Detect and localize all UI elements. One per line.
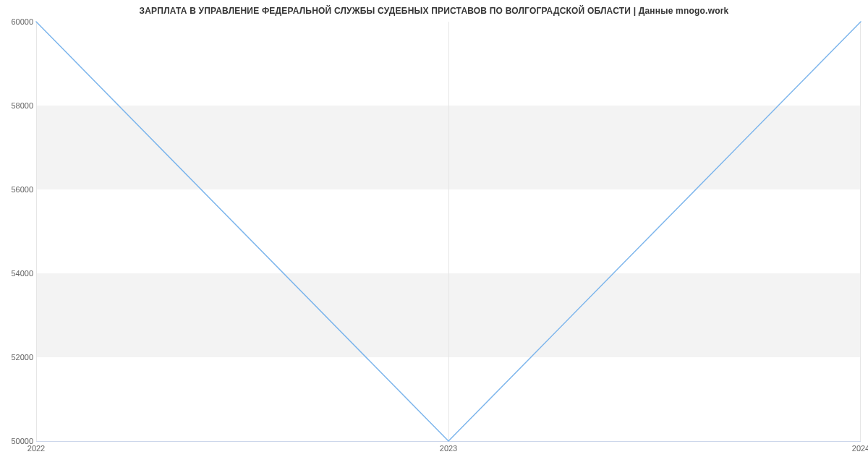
- plot-area: [36, 22, 861, 441]
- y-tick-label: 58000: [0, 101, 33, 110]
- chart-title: ЗАРПЛАТА В УПРАВЛЕНИЕ ФЕДЕРАЛЬНОЙ СЛУЖБЫ…: [0, 6, 868, 16]
- salary-line-chart: ЗАРПЛАТА В УПРАВЛЕНИЕ ФЕДЕРАЛЬНОЙ СЛУЖБЫ…: [0, 0, 868, 470]
- y-tick-label: 54000: [0, 269, 33, 278]
- y-tick-label: 60000: [0, 17, 33, 26]
- data-series: [36, 22, 861, 441]
- x-tick-label: 2024: [852, 444, 868, 453]
- x-tick-label: 2022: [27, 444, 45, 453]
- series-polyline: [36, 22, 861, 441]
- y-tick-label: 52000: [0, 353, 33, 362]
- y-tick-label: 56000: [0, 185, 33, 194]
- x-tick-label: 2023: [440, 444, 457, 453]
